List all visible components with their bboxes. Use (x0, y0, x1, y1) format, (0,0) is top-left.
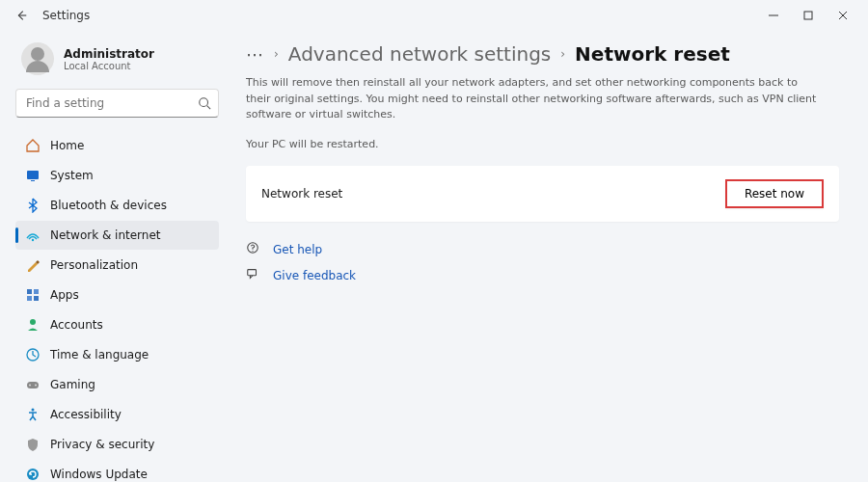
svg-point-15 (27, 469, 39, 480)
sidebar-item-time[interactable]: Time & language (15, 340, 219, 369)
svg-rect-18 (248, 270, 257, 276)
sidebar-item-label: Personalization (50, 258, 138, 272)
sidebar-item-label: System (50, 169, 94, 182)
close-icon (838, 11, 848, 20)
chevron-right-icon: › (274, 47, 279, 61)
search-input[interactable] (15, 89, 219, 118)
breadcrumb: ⋯ › Advanced network settings › Network … (246, 42, 839, 66)
svg-point-1 (200, 98, 208, 107)
sidebar-item-label: Privacy & security (50, 438, 154, 451)
profile-section[interactable]: Administrator Local Account (15, 42, 219, 75)
network-icon (25, 228, 41, 243)
svg-point-12 (29, 385, 31, 387)
help-icon (246, 241, 261, 257)
maximize-button[interactable] (791, 2, 826, 29)
svg-rect-0 (804, 12, 812, 19)
maximize-icon (803, 11, 813, 20)
sidebar-item-system[interactable]: System (15, 161, 219, 190)
sidebar-item-home[interactable]: Home (15, 131, 219, 160)
sidebar-item-accessibility[interactable]: Accessibility (15, 400, 219, 429)
svg-rect-3 (31, 180, 35, 181)
sidebar-item-label: Accounts (50, 318, 103, 332)
feedback-icon (246, 267, 261, 283)
sidebar-item-privacy[interactable]: Privacy & security (15, 430, 219, 459)
sidebar-item-network[interactable]: Network & internet (15, 221, 219, 250)
svg-point-9 (30, 319, 36, 325)
search-icon (198, 95, 211, 114)
arrow-left-icon (14, 9, 28, 22)
svg-rect-11 (27, 382, 39, 388)
time-icon (25, 347, 41, 362)
svg-rect-2 (27, 171, 39, 179)
card-label: Network reset (261, 187, 342, 201)
sidebar-item-update[interactable]: Windows Update (15, 460, 219, 482)
svg-rect-7 (27, 296, 32, 301)
description-text: This will remove then reinstall all your… (246, 75, 825, 123)
breadcrumb-parent[interactable]: Advanced network settings (288, 42, 551, 66)
sidebar-item-bluetooth[interactable]: Bluetooth & devices (15, 191, 219, 220)
sidebar-item-apps[interactable]: Apps (15, 281, 219, 309)
reset-now-button[interactable]: Reset now (725, 179, 824, 208)
profile-name: Administrator (64, 47, 154, 61)
svg-rect-5 (27, 289, 32, 294)
accounts-icon (25, 317, 41, 333)
sidebar-item-label: Network & internet (50, 228, 161, 242)
profile-subtitle: Local Account (64, 61, 154, 71)
svg-rect-6 (34, 289, 39, 294)
give-feedback-link[interactable]: Give feedback (246, 267, 839, 283)
minimize-icon (769, 11, 778, 20)
sidebar-item-label: Windows Update (50, 468, 148, 481)
close-button[interactable] (826, 2, 860, 29)
home-icon (25, 138, 41, 153)
svg-point-4 (32, 239, 34, 241)
help-link-label: Get help (273, 243, 322, 256)
sidebar-item-label: Apps (50, 288, 79, 302)
network-reset-card: Network reset Reset now (246, 166, 839, 222)
svg-point-13 (35, 385, 37, 387)
breadcrumb-more[interactable]: ⋯ (246, 44, 264, 65)
svg-rect-8 (34, 296, 39, 301)
sidebar-item-label: Home (50, 139, 84, 152)
page-title: Network reset (575, 42, 730, 66)
sidebar-item-label: Time & language (50, 348, 149, 362)
sidebar-item-accounts[interactable]: Accounts (15, 310, 219, 339)
svg-point-14 (32, 409, 35, 412)
minimize-button[interactable] (756, 2, 791, 29)
gaming-icon (25, 377, 41, 392)
feedback-link-label: Give feedback (273, 269, 356, 282)
shield-icon (25, 437, 41, 452)
back-button[interactable] (8, 2, 35, 29)
sidebar-item-personalization[interactable]: Personalization (15, 251, 219, 280)
system-icon (25, 168, 41, 183)
avatar (21, 42, 54, 75)
sidebar-item-label: Gaming (50, 378, 95, 391)
personalization-icon (25, 257, 41, 273)
get-help-link[interactable]: Get help (246, 241, 839, 257)
restart-note: Your PC will be restarted. (246, 137, 825, 153)
window-title: Settings (42, 9, 90, 22)
bluetooth-icon (25, 198, 41, 213)
apps-icon (25, 287, 41, 303)
sidebar-item-label: Accessibility (50, 408, 122, 421)
accessibility-icon (25, 407, 41, 422)
chevron-right-icon: › (560, 47, 565, 61)
svg-point-17 (252, 251, 253, 252)
sidebar-item-gaming[interactable]: Gaming (15, 370, 219, 399)
sidebar-item-label: Bluetooth & devices (50, 199, 167, 212)
update-icon (25, 467, 41, 482)
